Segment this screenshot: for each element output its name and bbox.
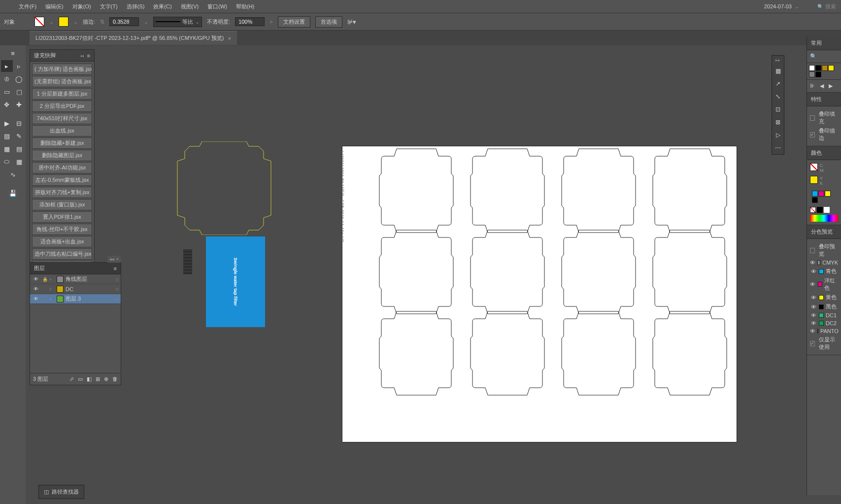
separation-row[interactable]: 👁黑色 xyxy=(810,302,838,311)
mask-icon[interactable]: ◧ xyxy=(87,376,92,382)
menu-view[interactable]: 视图(V) xyxy=(177,1,203,12)
menu-effect[interactable]: 效果(C) xyxy=(149,1,175,12)
show-used-checkbox[interactable] xyxy=(810,341,815,346)
script-item[interactable]: 出血线.jsx xyxy=(32,125,92,136)
white-swatch[interactable] xyxy=(824,207,830,213)
crop-icon[interactable]: ⊠ xyxy=(774,118,782,127)
scripts-panel-header[interactable]: 捷克快脚 ‹‹≡ xyxy=(30,50,94,62)
separations-panel-tab[interactable]: 分色预览 xyxy=(807,225,841,239)
canvas[interactable]: Swingle water tap filter LI202312003-BK2… xyxy=(99,45,807,504)
save-tool[interactable]: 💾 xyxy=(7,187,19,199)
script-item[interactable]: 置入PDF排1.jsx xyxy=(32,211,92,223)
nav-next-icon[interactable]: ▶ xyxy=(829,83,833,89)
pencil-tool[interactable]: ✎ xyxy=(13,130,25,142)
script-item[interactable]: 删除隐藏+新建.jsx xyxy=(32,137,92,149)
script-item[interactable]: 选中刀线右粘口编号.jsx xyxy=(32,248,92,260)
dropdown-icon[interactable]: ⌄ xyxy=(73,19,78,25)
overprint-fill-checkbox[interactable] xyxy=(810,115,815,121)
visibility-icon[interactable]: 👁 xyxy=(810,304,817,310)
collapse-icon[interactable]: ▸▸ xyxy=(775,58,780,63)
swatch-black3[interactable] xyxy=(812,197,818,203)
separation-row[interactable]: 👁DC1 xyxy=(810,311,838,319)
move-tool[interactable]: ✥ xyxy=(1,99,13,110)
menu-edit[interactable]: 编辑(E) xyxy=(41,1,67,12)
crown-tool[interactable]: ♔ xyxy=(1,73,13,85)
overprint-stroke-checkbox[interactable] xyxy=(810,132,815,137)
dropdown-icon[interactable]: ⌄ xyxy=(49,19,54,25)
swatch-yellow[interactable] xyxy=(828,65,834,71)
script-item[interactable]: ( 力加吊牌) 适合画板.jsx xyxy=(32,64,92,75)
add-tool[interactable]: ✚ xyxy=(13,99,25,110)
envelope-artwork[interactable]: Swingle water tap filter xyxy=(206,236,265,327)
selection-tool[interactable]: ▸ xyxy=(1,60,13,72)
swatch-gray[interactable] xyxy=(809,71,815,77)
dropdown-icon[interactable]: ⌄ xyxy=(795,3,799,10)
anchor-icon[interactable]: ⤡ xyxy=(774,92,782,101)
swatch-black[interactable] xyxy=(815,65,821,71)
separation-row[interactable]: 👁DC2 xyxy=(810,319,838,327)
visibility-icon[interactable]: 👁 xyxy=(32,276,40,282)
menu-object[interactable]: 对象(O) xyxy=(68,1,95,12)
script-item[interactable]: (无需群组) 适合画板.jsx xyxy=(32,76,92,87)
collapse-icon[interactable]: ‹‹ xyxy=(80,53,84,59)
locate-layer-icon[interactable]: ⬀ xyxy=(69,376,74,382)
visibility-icon[interactable]: 👁 xyxy=(810,281,816,287)
dropdown-icon[interactable]: > xyxy=(269,19,272,25)
stroke-dash-type[interactable]: 等比⌄ xyxy=(153,17,202,27)
visibility-icon[interactable]: 👁 xyxy=(32,296,40,302)
more-icon[interactable]: ⋯ xyxy=(774,143,782,152)
stepper-icon[interactable]: ⇅ xyxy=(100,19,104,25)
search-field[interactable]: 搜索 xyxy=(817,3,836,10)
rectangle-tool[interactable]: ▢ xyxy=(13,86,25,98)
color-panel-tab[interactable]: 颜色 xyxy=(807,146,841,160)
align-tool[interactable]: ⊟ xyxy=(13,117,25,129)
lock-icon[interactable]: 🔒 xyxy=(42,277,48,282)
fill-proxy[interactable] xyxy=(810,163,818,171)
visibility-icon[interactable]: 👁 xyxy=(810,312,817,318)
align-menu-icon[interactable]: ⊯▾ xyxy=(347,18,356,26)
menu-help[interactable]: 帮助(H) xyxy=(232,1,258,12)
ruler-icon[interactable]: ↗ xyxy=(774,79,782,88)
script-item[interactable]: 适合画板+出血.jsx xyxy=(32,236,92,247)
stroke-swatch[interactable] xyxy=(59,17,68,27)
swatch-cyan[interactable] xyxy=(812,191,818,197)
separation-row[interactable]: 👁青色 xyxy=(810,267,838,276)
panel-tool[interactable]: ▤ xyxy=(13,143,25,155)
overprint-preview-checkbox[interactable] xyxy=(810,248,815,253)
visibility-icon[interactable]: 👁 xyxy=(810,328,815,334)
single-dieline-path[interactable] xyxy=(175,141,273,235)
document-setup-button[interactable]: 文档设置 xyxy=(278,16,310,28)
visibility-icon[interactable]: 👁 xyxy=(810,260,815,266)
play-icon[interactable]: ▶ xyxy=(1,117,13,129)
visibility-icon[interactable]: 👁 xyxy=(810,269,817,274)
none-swatch[interactable] xyxy=(810,207,816,213)
nav-prev-icon[interactable]: ◀ xyxy=(820,83,824,89)
menu-window[interactable]: 窗口(W) xyxy=(203,1,231,12)
menu-select[interactable]: 选择(S) xyxy=(123,1,149,12)
stroke-proxy[interactable] xyxy=(810,176,818,184)
grid-icon[interactable]: ▦ xyxy=(774,67,782,75)
swatch-white[interactable] xyxy=(809,65,815,71)
link-tool[interactable]: ⬭ xyxy=(1,156,13,168)
dropdown-icon[interactable]: ⌄ xyxy=(144,19,148,25)
menu-file[interactable]: 文件(F) xyxy=(15,1,40,12)
script-item[interactable]: 添加框 (窗口版).jsx xyxy=(32,199,92,210)
artboard[interactable] xyxy=(342,146,737,442)
grid-tool[interactable]: ▦ xyxy=(1,143,13,155)
script-item[interactable]: 角线-丝印+不干胶.jsx xyxy=(32,224,92,235)
properties-panel-tab[interactable]: 特性 xyxy=(807,93,841,106)
script-item[interactable]: 居中对齐-AI功能.jsx xyxy=(32,162,92,173)
opacity-input[interactable] xyxy=(235,17,265,26)
script-item[interactable]: 删除隐藏图层.jsx xyxy=(32,150,92,161)
visibility-icon[interactable]: 👁 xyxy=(32,286,40,292)
script-item[interactable]: 2 分层导出PDF.jsx xyxy=(32,101,92,112)
panel-menu-icon[interactable]: ≡ xyxy=(87,53,90,59)
grid-tool-2[interactable]: ▦ xyxy=(13,156,25,168)
pathfinder-panel[interactable]: ◫ 路径查找器 xyxy=(38,485,84,499)
curve-tool[interactable]: ∿ xyxy=(7,168,19,180)
separation-row[interactable]: 👁PANTO xyxy=(810,327,838,335)
arrow-tool-icon[interactable]: ▷ xyxy=(774,131,782,139)
preferences-button[interactable]: 首选项 xyxy=(315,16,342,28)
document-tab[interactable]: LI202312003-BK27信封 -CTP 2023-12-13+.pdf*… xyxy=(30,31,237,45)
direct-selection-tool[interactable]: ▹ xyxy=(13,60,25,72)
